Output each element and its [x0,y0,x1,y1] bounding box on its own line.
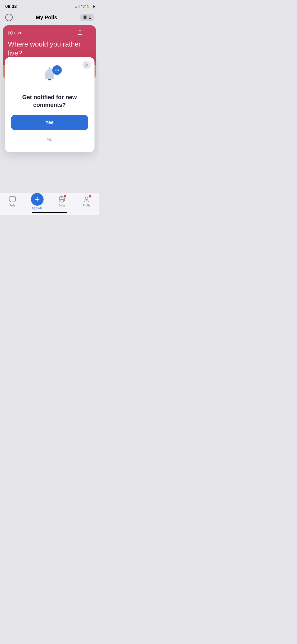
coins-icon [58,196,65,203]
signal-bars-icon [76,5,80,8]
notification-modal: Get notified for new comments? Yes No [5,57,95,152]
bookmark-badge[interactable]: 1 [80,14,94,21]
profile-notification-badge [89,195,91,197]
svg-point-16 [60,199,64,201]
tab-coins-label: Coins [59,204,65,207]
live-row: LIVE ··· [8,30,91,36]
live-label: LIVE [14,31,22,35]
svg-point-4 [49,67,50,69]
wifi-icon [81,5,86,9]
status-bar: 08:33 [0,0,99,12]
page-title: My Polls [36,15,57,21]
home-indicator [32,212,67,213]
tab-coins[interactable]: Coins [50,196,74,207]
share-icon[interactable] [78,30,82,36]
svg-rect-3 [48,79,51,80]
tab-bar: Polls My Polls Coins [0,193,99,215]
svg-point-17 [85,197,88,200]
modal-icon-area [11,63,88,87]
chat-dots [55,70,59,71]
nav-header: ! My Polls 1 [0,12,99,25]
no-button[interactable]: No [11,134,88,145]
tab-profile-label: Profile [83,204,90,207]
yes-button[interactable]: Yes [11,115,88,130]
battery-icon [87,5,94,8]
status-time: 08:33 [5,4,17,9]
tab-my-polls[interactable]: My Polls [25,196,50,210]
svg-point-13 [60,198,64,199]
coins-notification-badge [64,195,66,197]
polls-icon [9,196,16,203]
bell-icon-wrap [40,66,59,85]
modal-overlay: Get notified for new comments? Yes No [0,41,99,152]
status-icons [76,5,94,9]
live-badge: LIVE [8,31,22,35]
tab-polls[interactable]: Polls [0,196,25,207]
tab-polls-label: Polls [10,204,15,207]
poll-card-container: LIVE ··· Where would you rather live? [3,25,96,80]
chat-bubble-icon [52,65,62,75]
tab-profile[interactable]: Profile [74,196,99,207]
bookmark-icon [83,15,87,20]
tab-my-polls-label: My Polls [32,207,42,210]
bookmark-count: 1 [89,15,91,20]
svg-rect-5 [9,197,16,201]
svg-point-0 [83,7,84,8]
card-actions: ··· [78,30,91,36]
info-icon[interactable]: ! [5,14,13,21]
modal-title: Get notified for new comments? [11,94,88,109]
more-icon[interactable]: ··· [86,31,91,35]
live-dot-icon [8,31,13,35]
profile-icon [83,196,90,203]
my-polls-circle-icon [31,193,44,206]
